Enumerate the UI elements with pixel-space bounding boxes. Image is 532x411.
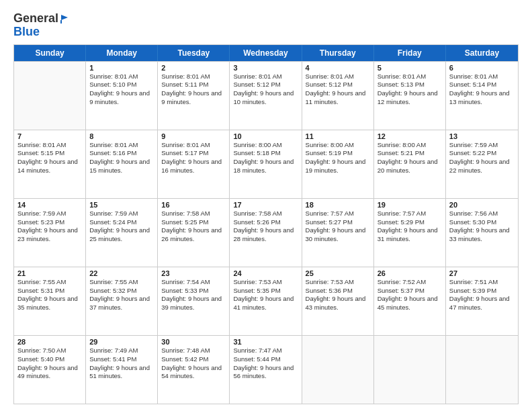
day-number: 8	[89, 132, 154, 140]
calendar-day-cell: 31Sunrise: 7:47 AMSunset: 5:44 PMDayligh…	[230, 336, 302, 404]
day-number: 7	[17, 132, 82, 140]
calendar-day-cell: 13Sunrise: 7:59 AMSunset: 5:22 PMDayligh…	[446, 130, 518, 198]
calendar-header-cell: Tuesday	[158, 45, 230, 61]
day-number: 26	[378, 269, 442, 277]
day-number: 24	[233, 269, 298, 277]
calendar-day-cell: 5Sunrise: 8:01 AMSunset: 5:13 PMDaylight…	[374, 62, 446, 130]
calendar-day-cell: 20Sunrise: 7:56 AMSunset: 5:30 PMDayligh…	[446, 199, 518, 267]
calendar-week-3: 14Sunrise: 7:59 AMSunset: 5:23 PMDayligh…	[14, 198, 518, 267]
calendar-day-cell: 26Sunrise: 7:52 AMSunset: 5:37 PMDayligh…	[374, 267, 446, 335]
day-number: 15	[89, 201, 154, 209]
day-number: 25	[306, 269, 370, 277]
day-info: Sunrise: 8:01 AMSunset: 5:14 PMDaylight:…	[449, 73, 515, 107]
calendar-day-cell: 16Sunrise: 7:58 AMSunset: 5:25 PMDayligh…	[158, 199, 230, 267]
day-info: Sunrise: 8:01 AMSunset: 5:11 PMDaylight:…	[161, 73, 226, 107]
calendar-day-cell: 15Sunrise: 7:59 AMSunset: 5:24 PMDayligh…	[86, 199, 158, 267]
day-number: 11	[306, 132, 370, 140]
calendar-header-cell: Saturday	[446, 45, 518, 61]
calendar-day-cell: 9Sunrise: 8:01 AMSunset: 5:17 PMDaylight…	[158, 130, 230, 198]
calendar-header-cell: Monday	[86, 45, 158, 61]
day-number: 23	[161, 269, 226, 277]
day-number: 6	[449, 64, 515, 72]
calendar-week-2: 7Sunrise: 8:01 AMSunset: 5:15 PMDaylight…	[14, 130, 518, 198]
calendar-day-cell: 3Sunrise: 8:01 AMSunset: 5:12 PMDaylight…	[230, 62, 302, 130]
calendar-day-cell	[302, 336, 374, 404]
logo-flag-icon	[60, 14, 69, 24]
calendar-day-cell: 18Sunrise: 7:57 AMSunset: 5:27 PMDayligh…	[302, 199, 374, 267]
day-info: Sunrise: 8:01 AMSunset: 5:10 PMDaylight:…	[89, 73, 154, 107]
calendar-header-cell: Friday	[374, 45, 446, 61]
day-number: 13	[449, 132, 515, 140]
day-info: Sunrise: 7:47 AMSunset: 5:44 PMDaylight:…	[233, 347, 298, 381]
calendar-day-cell	[374, 336, 446, 404]
day-info: Sunrise: 8:01 AMSunset: 5:12 PMDaylight:…	[306, 73, 370, 107]
calendar-week-1: 1Sunrise: 8:01 AMSunset: 5:10 PMDaylight…	[14, 61, 518, 130]
calendar-day-cell: 21Sunrise: 7:55 AMSunset: 5:31 PMDayligh…	[14, 267, 86, 335]
calendar-day-cell	[446, 336, 518, 404]
day-info: Sunrise: 7:52 AMSunset: 5:37 PMDaylight:…	[378, 278, 442, 312]
day-number: 21	[17, 269, 82, 277]
day-number: 19	[378, 201, 442, 209]
day-number: 20	[449, 201, 515, 209]
day-number: 27	[449, 269, 515, 277]
calendar-day-cell: 25Sunrise: 7:53 AMSunset: 5:36 PMDayligh…	[302, 267, 374, 335]
calendar-day-cell: 19Sunrise: 7:57 AMSunset: 5:29 PMDayligh…	[374, 199, 446, 267]
day-number: 14	[17, 201, 82, 209]
day-info: Sunrise: 7:51 AMSunset: 5:39 PMDaylight:…	[449, 278, 515, 312]
calendar-body: 1Sunrise: 8:01 AMSunset: 5:10 PMDaylight…	[14, 61, 518, 404]
day-number: 17	[233, 201, 298, 209]
calendar-day-cell: 28Sunrise: 7:50 AMSunset: 5:40 PMDayligh…	[14, 336, 86, 404]
logo-general-text: General	[13, 11, 58, 25]
day-info: Sunrise: 7:53 AMSunset: 5:36 PMDaylight:…	[306, 278, 370, 312]
day-info: Sunrise: 7:59 AMSunset: 5:24 PMDaylight:…	[89, 210, 154, 244]
day-info: Sunrise: 7:53 AMSunset: 5:35 PMDaylight:…	[233, 278, 298, 312]
day-number: 18	[306, 201, 370, 209]
calendar-day-cell: 10Sunrise: 8:00 AMSunset: 5:18 PMDayligh…	[230, 130, 302, 198]
day-info: Sunrise: 8:01 AMSunset: 5:16 PMDaylight:…	[89, 141, 154, 175]
day-number: 31	[233, 338, 298, 346]
day-info: Sunrise: 7:57 AMSunset: 5:27 PMDaylight:…	[306, 210, 370, 244]
day-number: 28	[17, 338, 82, 346]
logo: General Blue	[13, 12, 69, 39]
calendar-day-cell: 17Sunrise: 7:58 AMSunset: 5:26 PMDayligh…	[230, 199, 302, 267]
calendar-day-cell: 22Sunrise: 7:55 AMSunset: 5:32 PMDayligh…	[86, 267, 158, 335]
calendar-day-cell: 7Sunrise: 8:01 AMSunset: 5:15 PMDaylight…	[14, 130, 86, 198]
day-number: 3	[233, 64, 298, 72]
day-info: Sunrise: 8:00 AMSunset: 5:21 PMDaylight:…	[378, 141, 442, 175]
calendar-day-cell: 12Sunrise: 8:00 AMSunset: 5:21 PMDayligh…	[374, 130, 446, 198]
calendar-day-cell: 30Sunrise: 7:48 AMSunset: 5:42 PMDayligh…	[158, 336, 230, 404]
day-info: Sunrise: 8:01 AMSunset: 5:12 PMDaylight:…	[233, 73, 298, 107]
calendar-day-cell: 4Sunrise: 8:01 AMSunset: 5:12 PMDaylight…	[302, 62, 374, 130]
day-info: Sunrise: 7:57 AMSunset: 5:29 PMDaylight:…	[378, 210, 442, 244]
day-number: 22	[89, 269, 154, 277]
calendar-day-cell: 11Sunrise: 8:00 AMSunset: 5:19 PMDayligh…	[302, 130, 374, 198]
calendar-header-cell: Wednesday	[230, 45, 302, 61]
day-number: 9	[161, 132, 226, 140]
day-number: 1	[89, 64, 154, 72]
day-info: Sunrise: 7:58 AMSunset: 5:26 PMDaylight:…	[233, 210, 298, 244]
svg-rect-1	[60, 20, 62, 24]
calendar-day-cell: 24Sunrise: 7:53 AMSunset: 5:35 PMDayligh…	[230, 267, 302, 335]
calendar-day-cell: 8Sunrise: 8:01 AMSunset: 5:16 PMDaylight…	[86, 130, 158, 198]
day-info: Sunrise: 8:00 AMSunset: 5:18 PMDaylight:…	[233, 141, 298, 175]
day-info: Sunrise: 7:59 AMSunset: 5:23 PMDaylight:…	[17, 210, 82, 244]
day-info: Sunrise: 7:56 AMSunset: 5:30 PMDaylight:…	[449, 210, 515, 244]
day-info: Sunrise: 7:54 AMSunset: 5:33 PMDaylight:…	[161, 278, 226, 312]
day-info: Sunrise: 7:55 AMSunset: 5:32 PMDaylight:…	[89, 278, 154, 312]
day-info: Sunrise: 7:59 AMSunset: 5:22 PMDaylight:…	[449, 141, 515, 175]
day-number: 16	[161, 201, 226, 209]
calendar-day-cell: 14Sunrise: 7:59 AMSunset: 5:23 PMDayligh…	[14, 199, 86, 267]
day-info: Sunrise: 8:01 AMSunset: 5:15 PMDaylight:…	[17, 141, 82, 175]
day-number: 10	[233, 132, 298, 140]
calendar-day-cell: 29Sunrise: 7:49 AMSunset: 5:41 PMDayligh…	[86, 336, 158, 404]
day-number: 12	[378, 132, 442, 140]
calendar-day-cell: 27Sunrise: 7:51 AMSunset: 5:39 PMDayligh…	[446, 267, 518, 335]
day-info: Sunrise: 7:58 AMSunset: 5:25 PMDaylight:…	[161, 210, 226, 244]
day-number: 5	[378, 64, 442, 72]
header: General Blue	[13, 12, 519, 39]
calendar-week-4: 21Sunrise: 7:55 AMSunset: 5:31 PMDayligh…	[14, 267, 518, 335]
svg-marker-0	[61, 15, 68, 20]
logo-blue-text: Blue	[13, 25, 40, 38]
calendar-day-cell: 6Sunrise: 8:01 AMSunset: 5:14 PMDaylight…	[446, 62, 518, 130]
calendar: SundayMondayTuesdayWednesdayThursdayFrid…	[13, 44, 519, 404]
